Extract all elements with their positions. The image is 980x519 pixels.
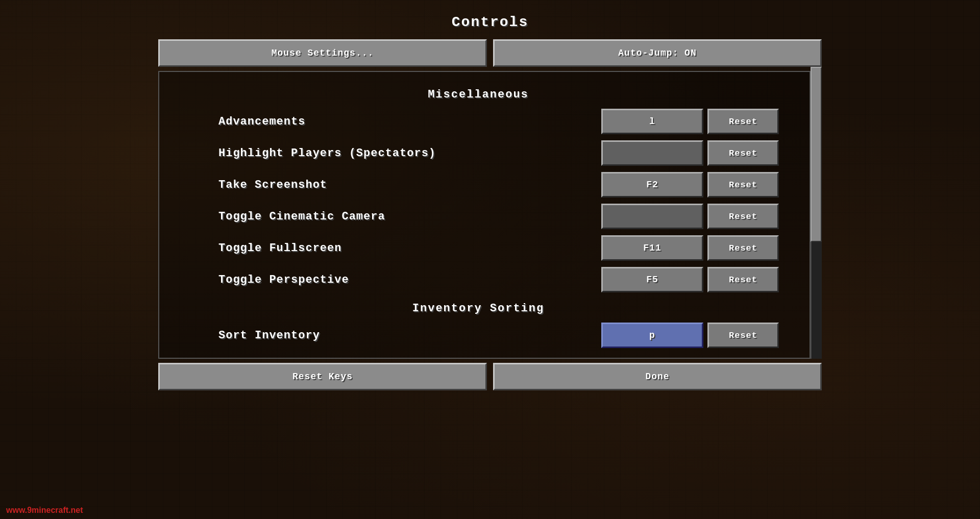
- scrollbar-thumb[interactable]: [811, 67, 822, 242]
- setting-row-toggle_fullscreen: Toggle FullscreenF11Reset: [167, 234, 789, 262]
- section-header-inventory_sorting: Inventory Sorting: [167, 302, 789, 315]
- page-title: Controls: [452, 14, 528, 30]
- setting-controls-toggle_fullscreen: F11Reset: [601, 235, 779, 261]
- bottom-buttons-row: Reset Keys Done: [158, 363, 822, 390]
- setting-label-advancements: Advancements: [167, 115, 601, 128]
- settings-scroll-area[interactable]: MiscellaneousAdvancementslResetHighlight…: [158, 71, 811, 359]
- mouse-settings-button[interactable]: Mouse Settings...: [158, 39, 487, 67]
- key-button-advancements[interactable]: l: [601, 109, 703, 134]
- key-button-take_screenshot[interactable]: F2: [601, 172, 703, 197]
- setting-label-toggle_fullscreen: Toggle Fullscreen: [167, 242, 601, 255]
- setting-row-highlight_players: Highlight Players (Spectators)Reset: [167, 139, 789, 167]
- settings-list-miscellaneous: AdvancementslResetHighlight Players (Spe…: [167, 107, 789, 294]
- setting-controls-toggle_cinematic: Reset: [601, 204, 779, 229]
- setting-label-take_screenshot: Take Screenshot: [167, 179, 601, 191]
- setting-controls-take_screenshot: F2Reset: [601, 172, 779, 197]
- done-button[interactable]: Done: [493, 363, 822, 390]
- reset-button-toggle_fullscreen[interactable]: Reset: [707, 235, 779, 261]
- reset-button-advancements[interactable]: Reset: [707, 109, 779, 134]
- setting-label-toggle_cinematic: Toggle Cinematic Camera: [167, 210, 601, 223]
- setting-row-take_screenshot: Take ScreenshotF2Reset: [167, 170, 789, 199]
- top-buttons-row: Mouse Settings... Auto-Jump: ON: [158, 39, 822, 67]
- watermark: www.9minecraft.net: [6, 506, 83, 515]
- reset-keys-button[interactable]: Reset Keys: [158, 363, 487, 390]
- reset-button-toggle_perspective[interactable]: Reset: [707, 267, 779, 292]
- reset-button-highlight_players[interactable]: Reset: [707, 140, 779, 166]
- setting-controls-sort_inventory: pReset: [601, 323, 779, 348]
- setting-controls-advancements: lReset: [601, 109, 779, 134]
- setting-row-sort_inventory: Sort InventorypReset: [167, 321, 789, 350]
- setting-row-advancements: AdvancementslReset: [167, 107, 789, 136]
- reset-button-take_screenshot[interactable]: Reset: [707, 172, 779, 197]
- main-container: Controls Mouse Settings... Auto-Jump: ON…: [158, 0, 822, 390]
- scroll-wrapper: MiscellaneousAdvancementslResetHighlight…: [158, 67, 822, 359]
- setting-controls-highlight_players: Reset: [601, 140, 779, 166]
- key-button-sort_inventory[interactable]: p: [601, 323, 703, 348]
- setting-row-toggle_cinematic: Toggle Cinematic CameraReset: [167, 202, 789, 231]
- setting-label-highlight_players: Highlight Players (Spectators): [167, 147, 601, 160]
- sections-container: MiscellaneousAdvancementslResetHighlight…: [167, 88, 789, 350]
- section-header-miscellaneous: Miscellaneous: [167, 88, 789, 101]
- setting-row-toggle_perspective: Toggle PerspectiveF5Reset: [167, 265, 789, 294]
- setting-controls-toggle_perspective: F5Reset: [601, 267, 779, 292]
- scrollbar-track[interactable]: [811, 67, 822, 359]
- setting-label-toggle_perspective: Toggle Perspective: [167, 274, 601, 286]
- key-button-toggle_fullscreen[interactable]: F11: [601, 235, 703, 261]
- key-button-toggle_cinematic[interactable]: [601, 204, 703, 229]
- key-button-toggle_perspective[interactable]: F5: [601, 267, 703, 292]
- key-button-highlight_players[interactable]: [601, 140, 703, 166]
- settings-list-inventory_sorting: Sort InventorypReset: [167, 321, 789, 350]
- auto-jump-button[interactable]: Auto-Jump: ON: [493, 39, 822, 67]
- reset-button-toggle_cinematic[interactable]: Reset: [707, 204, 779, 229]
- reset-button-sort_inventory[interactable]: Reset: [707, 323, 779, 348]
- setting-label-sort_inventory: Sort Inventory: [167, 329, 601, 342]
